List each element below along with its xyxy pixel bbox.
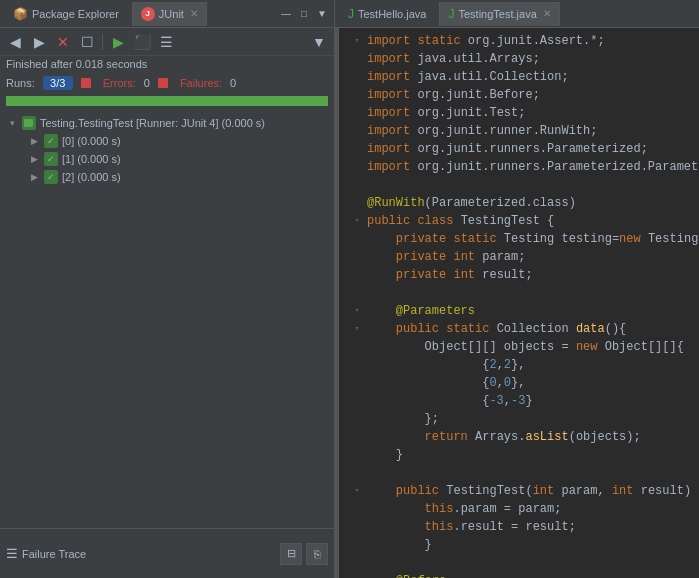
fold-icon[interactable]: ▾	[354, 482, 359, 500]
code-line: import org.junit.Before;	[339, 86, 699, 104]
testhello-java-icon: J	[348, 7, 354, 21]
code-text: import java.util.Collection;	[367, 68, 691, 86]
tab-label-testhello: TestHello.java	[358, 8, 426, 20]
code-text: import static org.junit.Assert.*;	[367, 32, 691, 50]
code-line: ▾ public static Collection data(){	[339, 320, 699, 338]
code-line: import org.junit.Test;	[339, 104, 699, 122]
item2-label: [2] (0.000 s)	[62, 171, 328, 183]
view-menu-button[interactable]: ▼	[308, 31, 330, 53]
root-expand-icon[interactable]: ▾	[6, 117, 18, 129]
code-line	[339, 176, 699, 194]
code-line: ▾ @Parameters	[339, 302, 699, 320]
run-button[interactable]: ▶	[107, 31, 129, 53]
code-line: import java.util.Arrays;	[339, 50, 699, 68]
next-failure-button[interactable]: ▶	[28, 31, 50, 53]
code-line	[339, 464, 699, 482]
tab-junit[interactable]: J JUnit ✕	[132, 2, 207, 26]
failures-value: 0	[230, 77, 236, 89]
fold-gutter: ▾	[347, 212, 367, 230]
fold-icon[interactable]: ▾	[354, 320, 359, 338]
code-text: public class TestingTest {	[367, 212, 691, 230]
junit-toolbar: ◀ ▶ ✕ ☐ ▶ ⬛ ☰ ▼	[0, 28, 334, 56]
code-text: @Parameters	[367, 302, 691, 320]
failures-label: Failures:	[180, 77, 222, 89]
code-line: private static Testing testing=new Testi…	[339, 230, 699, 248]
code-editor[interactable]: ▾import static org.junit.Assert.*;import…	[339, 28, 699, 578]
code-text: {-3,-3}	[367, 392, 691, 410]
filter-button[interactable]: ☰	[155, 31, 177, 53]
right-panel: ▾import static org.junit.Assert.*;import…	[339, 28, 699, 578]
code-text: };	[367, 410, 691, 428]
code-text: @RunWith(Parameterized.class)	[367, 194, 691, 212]
code-line: ▾import static org.junit.Assert.*;	[339, 32, 699, 50]
test-tree[interactable]: ▾ Testing.TestingTest [Runner: JUnit 4] …	[0, 110, 334, 528]
chevron-down-icon[interactable]: ▼	[314, 6, 330, 22]
fold-gutter: ▾	[347, 572, 367, 578]
fold-icon[interactable]: ▾	[354, 212, 359, 230]
history-button[interactable]: ⬛	[131, 31, 153, 53]
code-text: import org.junit.runners.Parameterized;	[367, 140, 691, 158]
stop-button[interactable]: ✕	[52, 31, 74, 53]
code-line: this.param = param;	[339, 500, 699, 518]
test-root-item[interactable]: ▾ Testing.TestingTest [Runner: JUnit 4] …	[0, 114, 334, 132]
package-explorer-icon: 📦	[13, 7, 28, 21]
failure-trace-panel: ☰ Failure Trace ⊟ ⎘	[0, 528, 334, 578]
failure-trace-title-area: ☰ Failure Trace	[6, 546, 86, 561]
item2-expand-icon[interactable]: ▶	[28, 171, 40, 183]
code-text: import org.junit.Before;	[367, 86, 691, 104]
tab-testingtest[interactable]: J TestingTest.java ✕	[439, 2, 559, 26]
code-text: import org.junit.Test;	[367, 104, 691, 122]
rerun-button[interactable]: ☐	[76, 31, 98, 53]
main-content: ◀ ▶ ✕ ☐ ▶ ⬛ ☰ ▼ Finished after 0.018 sec…	[0, 28, 699, 578]
root-label: Testing.TestingTest [Runner: JUnit 4] (0…	[40, 117, 328, 129]
test-item-1[interactable]: ▶ ✓ [1] (0.000 s)	[0, 150, 334, 168]
failure-icon	[158, 78, 168, 88]
error-icon	[81, 78, 91, 88]
tab-package-explorer[interactable]: 📦 Package Explorer	[4, 2, 128, 26]
test-item-0[interactable]: ▶ ✓ [0] (0.000 s)	[0, 132, 334, 150]
tab-label-junit: JUnit	[159, 8, 184, 20]
fold-gutter: ▾	[347, 482, 367, 500]
item1-label: [1] (0.000 s)	[62, 153, 328, 165]
tab-bar-right: J TestHello.java J TestingTest.java ✕	[335, 0, 699, 27]
code-text: private int param;	[367, 248, 691, 266]
item1-expand-icon[interactable]: ▶	[28, 153, 40, 165]
code-text: public TestingTest(int param, int result…	[367, 482, 699, 500]
close-junit-icon[interactable]: ✕	[190, 8, 198, 19]
fold-icon[interactable]: ▾	[354, 572, 359, 578]
close-testingtest-icon[interactable]: ✕	[543, 8, 551, 19]
minimize-icon[interactable]: —	[278, 6, 294, 22]
code-line: {-3,-3}	[339, 392, 699, 410]
code-text: this.param = param;	[367, 500, 691, 518]
fold-icon[interactable]: ▾	[354, 302, 359, 320]
tab-label-package-explorer: Package Explorer	[32, 8, 119, 20]
maximize-icon[interactable]: □	[296, 6, 312, 22]
show-stacktrace-button[interactable]: ⊟	[280, 543, 302, 565]
code-text: import org.junit.runner.RunWith;	[367, 122, 691, 140]
code-line: }	[339, 536, 699, 554]
code-line	[339, 284, 699, 302]
code-line	[339, 554, 699, 572]
failure-trace-controls: ⊟ ⎘	[280, 543, 328, 565]
testingtest-java-icon: J	[448, 7, 454, 21]
code-line: return Arrays.asList(objects);	[339, 428, 699, 446]
copy-trace-button[interactable]: ⎘	[306, 543, 328, 565]
code-line: import org.junit.runner.RunWith;	[339, 122, 699, 140]
errors-value: 0	[144, 77, 150, 89]
item1-pass-icon: ✓	[44, 152, 58, 166]
fold-icon[interactable]: ▾	[354, 32, 359, 50]
fold-gutter: ▾	[347, 32, 367, 50]
status-text: Finished after 0.018 seconds	[6, 58, 147, 70]
item0-pass-icon: ✓	[44, 134, 58, 148]
test-item-2[interactable]: ▶ ✓ [2] (0.000 s)	[0, 168, 334, 186]
failure-trace-label: Failure Trace	[22, 548, 86, 560]
tab-testhello[interactable]: J TestHello.java	[339, 2, 435, 26]
item0-label: [0] (0.000 s)	[62, 135, 328, 147]
code-line: ▾ public TestingTest(int param, int resu…	[339, 482, 699, 500]
failure-trace-menu-icon[interactable]: ☰	[6, 546, 18, 561]
prev-failure-button[interactable]: ◀	[4, 31, 26, 53]
item0-expand-icon[interactable]: ▶	[28, 135, 40, 147]
code-text: this.result = result;	[367, 518, 691, 536]
status-bar: Finished after 0.018 seconds	[0, 56, 334, 72]
code-text: }	[367, 446, 691, 464]
